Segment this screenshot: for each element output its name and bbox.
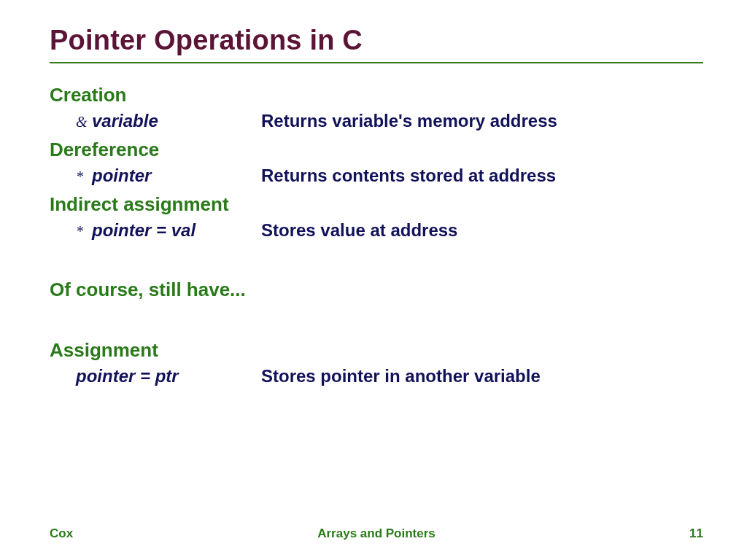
row-indirect: * pointer = val Stores value at address — [50, 220, 703, 241]
footer-topic: Arrays and Pointers — [50, 526, 703, 541]
desc-creation: Returns variable's memory address — [261, 111, 557, 131]
row-creation: & variable Returns variable's memory add… — [50, 111, 703, 131]
operator-ampersand: & — [76, 114, 92, 131]
code-pointer: pointer — [92, 166, 261, 186]
section-head-assignment: Assignment — [50, 339, 703, 362]
desc-indirect: Stores value at address — [261, 220, 457, 241]
section-head-creation: Creation — [50, 84, 703, 106]
desc-dereference: Returns contents stored at address — [261, 166, 556, 186]
section-head-indirect: Indirect assignment — [50, 193, 703, 216]
slide-content: Creation & variable Returns variable's m… — [50, 84, 703, 386]
operator-star-assign: * — [76, 223, 92, 240]
note-line: Of course, still have... — [50, 279, 703, 301]
row-dereference: * pointer Returns contents stored at add… — [50, 166, 703, 186]
code-pointer-val: pointer = val — [92, 220, 261, 241]
section-head-dereference: Dereference — [50, 139, 703, 161]
desc-assignment: Stores pointer in another variable — [261, 366, 541, 386]
slide-title: Pointer Operations in C — [50, 25, 703, 56]
code-variable: variable — [92, 111, 261, 131]
title-divider — [50, 62, 703, 63]
operator-star: * — [76, 168, 92, 185]
slide: Pointer Operations in C Creation & varia… — [0, 0, 747, 386]
code-pointer-ptr: pointer = ptr — [76, 366, 261, 386]
slide-footer: Cox Arrays and Pointers 11 — [50, 526, 703, 541]
row-assignment: pointer = ptr Stores pointer in another … — [50, 366, 703, 386]
